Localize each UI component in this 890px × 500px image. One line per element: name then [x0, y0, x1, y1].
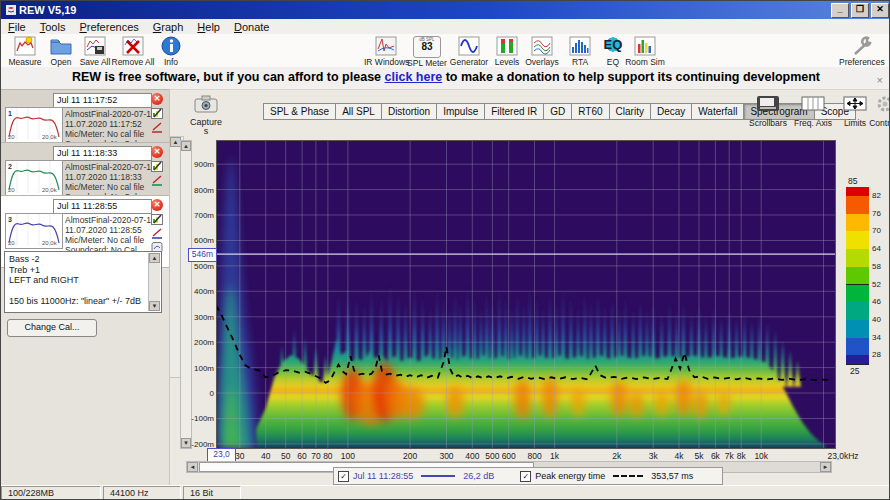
menu-item-tools[interactable]: Tools — [33, 21, 73, 33]
edit-chart-icon[interactable] — [151, 214, 163, 225]
menu-item-file[interactable]: File — [1, 21, 33, 33]
scrollbars-icon — [753, 100, 783, 117]
toolbar-info[interactable]: Info — [149, 35, 193, 67]
menu-item-preferences[interactable]: Preferences — [72, 21, 145, 33]
colorbar-band — [846, 196, 869, 215]
maximize-button[interactable]: ❐ — [851, 3, 869, 18]
legend-dash-sample — [613, 475, 643, 477]
legend-measurement-value: 26,2 dB — [463, 471, 494, 481]
tab-waterfall[interactable]: Waterfall — [691, 103, 744, 120]
overlays-icon — [529, 35, 555, 57]
edit-chart-icon[interactable] — [151, 161, 163, 172]
levels-icon — [494, 35, 520, 57]
title-bar[interactable]: REW V5,19 _ ❐ ✕ — [1, 1, 890, 19]
colorbar-band — [846, 249, 869, 268]
colorbar-boundary-label: 76 — [872, 209, 881, 218]
y-tick-label: 0 — [190, 389, 214, 398]
delete-measurement-icon[interactable]: ✕ — [151, 93, 163, 105]
trim-icon[interactable] — [151, 228, 163, 239]
scroll-left-icon[interactable]: ◄ — [187, 462, 198, 472]
colorbar-band — [846, 214, 869, 233]
delete-measurement-icon[interactable]: ✕ — [151, 146, 163, 158]
scroll-down-icon[interactable]: ▼ — [149, 301, 160, 311]
y-tick-label: 700m — [190, 211, 214, 220]
legend-peak-label: Peak energy time — [535, 471, 605, 481]
scroll-right-icon[interactable]: ► — [820, 462, 831, 472]
thumbnail-chart: 32020,0k — [6, 214, 60, 246]
measurement-date-field[interactable]: Jul 11 11:18:33 — [53, 146, 152, 161]
hot-spot — [571, 388, 585, 416]
freq-axis-icon — [798, 100, 828, 117]
toolbar-room-sim[interactable]: Room Sim — [623, 35, 667, 67]
tab-all-spl[interactable]: All SPL — [335, 103, 382, 120]
measurement-date-field[interactable]: Jul 11 11:28:55 — [53, 199, 152, 214]
y-tick-label: 900m — [190, 160, 214, 169]
minimize-button[interactable]: _ — [831, 3, 849, 18]
colorbar-band — [846, 267, 869, 286]
measurement-thumbnail[interactable]: 32020,0k — [5, 213, 63, 249]
toolbar-spl-meter[interactable]: dB SPL 83 SPL Meter — [405, 35, 449, 68]
x-tick-label: 1k — [538, 451, 572, 461]
graph-button-controls[interactable]: Controls — [863, 94, 890, 128]
measurement-item-1[interactable]: Jul 11 11:17:52✕12020,0kAlmostFinal-2020… — [1, 89, 169, 144]
measurement-thumbnail[interactable]: 22020,0k — [5, 160, 63, 196]
colorbar-boundary-label: 58 — [872, 262, 881, 271]
menu-item-donate[interactable]: Donate — [227, 21, 276, 33]
x-axis-end-label: 23,0kHz — [823, 451, 863, 461]
graph-button-scrollbars[interactable]: Scrollbars — [746, 94, 790, 128]
hot-spot — [694, 391, 708, 419]
measurements-panel: Collapse « Jul 11 11:17:52✕12020,0kAlmos… — [1, 89, 170, 485]
tab-spl-phase[interactable]: SPL & Phase — [263, 103, 336, 120]
tab-filtered-ir[interactable]: Filtered IR — [484, 103, 544, 120]
trim-icon[interactable] — [151, 175, 163, 186]
colorbar-max-label: 85 — [848, 176, 857, 186]
peak-energy-checkbox[interactable]: ✓ — [520, 471, 531, 482]
hot-spot — [718, 391, 730, 415]
tab-distortion[interactable]: Distortion — [381, 103, 437, 120]
cursor-time-label: 546m — [188, 248, 217, 262]
colorbar-band — [846, 231, 869, 250]
measurement-thumbnail[interactable]: 12020,0k — [5, 107, 63, 143]
tab-gd[interactable]: GD — [543, 103, 572, 120]
measurement-detail-line: AlmostFinal-2020-07-10- — [65, 109, 151, 119]
trim-icon[interactable] — [151, 122, 163, 133]
banner-close-icon[interactable]: × — [877, 70, 883, 91]
menu-bar: FileToolsPreferencesGraphHelpDonate — [1, 19, 890, 35]
measurement-date-field[interactable]: Jul 11 11:17:52 — [53, 93, 152, 108]
graph-button-label: Controls — [863, 118, 890, 128]
tab-rt60[interactable]: RT60 — [571, 103, 609, 120]
notes-scrollbar[interactable]: ▲ ▼ — [148, 253, 160, 311]
graph-button-freq-axis[interactable]: Freq. Axis — [791, 94, 835, 128]
toolbar-ir-windows[interactable]: IR Windows — [364, 35, 408, 67]
tab-decay[interactable]: Decay — [650, 103, 692, 120]
donate-link[interactable]: click here — [385, 70, 443, 84]
colorbar-boundary-label: 64 — [872, 244, 881, 253]
cursor-freq-label: 23,0 — [207, 448, 236, 462]
edit-chart-icon[interactable] — [151, 108, 163, 119]
delete-measurement-icon[interactable]: ✕ — [151, 199, 163, 211]
measurement-checkbox[interactable]: ✓ — [338, 471, 349, 482]
close-button[interactable]: ✕ — [871, 3, 889, 18]
notes-box[interactable]: Bass -2Treb +1LEFT and RIGHT150 bis 1100… — [4, 251, 162, 313]
spectrogram-plot[interactable] — [216, 140, 836, 449]
colorbar-boundary-label: 82 — [872, 191, 881, 200]
menu-item-graph[interactable]: Graph — [146, 21, 191, 33]
wrench-icon — [848, 35, 874, 57]
x-tick-label: 100 — [331, 451, 365, 461]
donation-banner: REW is free software, but if you can aff… — [1, 67, 890, 90]
tab-clarity[interactable]: Clarity — [609, 103, 651, 120]
measurement-item-2[interactable]: Jul 11 11:18:33✕22020,0kAlmostFinal-2020… — [1, 142, 169, 197]
scroll-up-icon[interactable]: ▲ — [149, 253, 160, 263]
toolbar-preferences[interactable]: Preferences — [839, 35, 883, 67]
colorbar-boundary-label: 52 — [872, 280, 881, 289]
change-cal-button[interactable]: Change Cal... — [7, 319, 97, 337]
capture-button[interactable]: Captures — [189, 94, 223, 136]
save-all-icon — [82, 35, 108, 57]
tab-impulse[interactable]: Impulse — [436, 103, 485, 120]
graph-button-label: Scrollbars — [746, 118, 790, 128]
graph-legend: ✓ Jul 11 11:28:55 26,2 dB ✓ Peak energy … — [333, 467, 723, 485]
legend-measurement-label: Jul 11 11:28:55 — [353, 471, 413, 481]
menu-item-help[interactable]: Help — [190, 21, 227, 33]
toolbar: Measure Open Save All Remove All Info IR… — [1, 34, 890, 68]
scroll-up-icon[interactable]: ▲ — [181, 141, 191, 151]
